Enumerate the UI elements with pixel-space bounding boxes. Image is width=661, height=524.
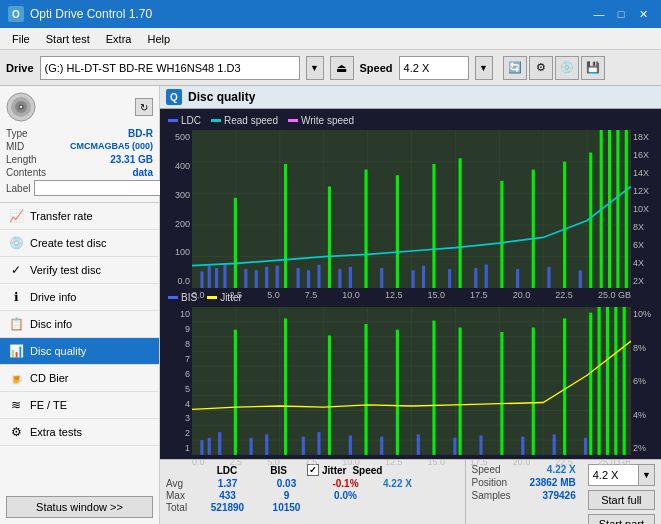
nav-create-test-disc[interactable]: 💿 Create test disc — [0, 230, 159, 257]
label-label: Label — [6, 183, 30, 194]
close-button[interactable]: ✕ — [633, 5, 653, 23]
svg-rect-53 — [608, 130, 611, 288]
cd-bier-icon: 🍺 — [8, 370, 24, 386]
verify-test-disc-icon: ✓ — [8, 262, 24, 278]
nav-disc-quality[interactable]: 📊 Disc quality — [0, 338, 159, 365]
svg-rect-88 — [396, 330, 399, 455]
menu-extra[interactable]: Extra — [98, 31, 140, 47]
nav-fe-te[interactable]: ≋ FE / TE — [0, 392, 159, 419]
svg-rect-19 — [200, 271, 203, 288]
menu-help[interactable]: Help — [139, 31, 178, 47]
svg-rect-42 — [459, 158, 462, 288]
avg-ldc: 1.37 — [200, 478, 255, 489]
nav-verify-test-disc[interactable]: ✓ Verify test disc — [0, 257, 159, 284]
speed-select-value[interactable]: 4.2 X — [399, 56, 469, 80]
svg-rect-98 — [563, 319, 566, 456]
svg-rect-50 — [579, 270, 582, 288]
svg-rect-95 — [521, 437, 524, 455]
disc-panel: ↻ Type BD-R MID CMCMAGBA5 (000) Length 2… — [0, 86, 159, 203]
drive-label: Drive — [6, 62, 34, 74]
disc-quality-header: Q Disc quality — [160, 86, 661, 109]
length-value: 23.31 GB — [110, 154, 153, 165]
svg-rect-90 — [432, 321, 435, 455]
nav-drive-info[interactable]: ℹ Drive info — [0, 284, 159, 311]
write-speed-label: Write speed — [301, 115, 354, 126]
minimize-button[interactable]: — — [589, 5, 609, 23]
drive-select-arrow[interactable]: ▼ — [306, 56, 324, 80]
nav-cd-bier[interactable]: 🍺 CD Bier — [0, 365, 159, 392]
mid-value: CMCMAGBA5 (000) — [70, 141, 153, 152]
ldc-color — [168, 119, 178, 122]
chart2-y-axis-left: 10 9 8 7 6 5 4 3 2 1 — [164, 307, 192, 455]
legend-ldc: LDC — [168, 115, 201, 126]
nav-extra-tests-label: Extra tests — [30, 426, 82, 438]
speed-dropdown[interactable]: 4.2 X ▼ — [588, 464, 655, 486]
contents-value: data — [132, 167, 153, 178]
svg-rect-76 — [208, 438, 211, 455]
svg-rect-100 — [589, 313, 592, 455]
read-speed-color — [211, 119, 221, 122]
start-full-button[interactable]: Start full — [588, 490, 655, 510]
nav-disc-info-label: Disc info — [30, 318, 72, 330]
start-part-button[interactable]: Start part — [588, 514, 655, 524]
speed-label: Speed — [360, 62, 393, 74]
contents-label: Contents — [6, 167, 46, 178]
svg-rect-83 — [317, 432, 320, 455]
drive-select-value[interactable]: (G:) HL-DT-ST BD-RE WH16NS48 1.D3 — [40, 56, 300, 80]
svg-rect-85 — [349, 436, 352, 455]
chart1-legend: LDC Read speed Write speed — [164, 113, 657, 128]
svg-rect-47 — [532, 170, 535, 289]
fe-te-icon: ≋ — [8, 397, 24, 413]
svg-rect-77 — [218, 432, 221, 455]
max-ldc: 433 — [200, 490, 255, 501]
write-speed-color — [288, 119, 298, 122]
disc-refresh-button[interactable]: ↻ — [135, 98, 153, 116]
disc-button[interactable]: 💿 — [555, 56, 579, 80]
menu-start-test[interactable]: Start test — [38, 31, 98, 47]
maximize-button[interactable]: □ — [611, 5, 631, 23]
svg-rect-46 — [516, 269, 519, 288]
svg-rect-43 — [474, 268, 477, 288]
chart2-x-axis: 0.0 2.5 5.0 7.5 10.0 12.5 15.0 17.5 20.0… — [192, 457, 631, 467]
position-value: 23862 MB — [530, 477, 576, 488]
status-window-button[interactable]: Status window >> — [6, 496, 153, 518]
app-icon: O — [8, 6, 24, 22]
legend-write-speed: Write speed — [288, 115, 354, 126]
save-button[interactable]: 💾 — [581, 56, 605, 80]
nav-transfer-rate[interactable]: 📈 Transfer rate — [0, 203, 159, 230]
label-input[interactable] — [34, 180, 167, 196]
svg-rect-35 — [364, 170, 367, 289]
svg-rect-102 — [606, 307, 609, 455]
menu-file[interactable]: File — [4, 31, 38, 47]
svg-rect-25 — [255, 270, 258, 288]
speed-dropdown-arrow[interactable]: ▼ — [638, 465, 654, 485]
drive-info-icon: ℹ — [8, 289, 24, 305]
total-bis: 10150 — [259, 502, 314, 513]
svg-rect-103 — [614, 307, 617, 455]
eject-button[interactable]: ⏏ — [330, 56, 354, 80]
svg-rect-30 — [307, 270, 310, 288]
svg-rect-38 — [412, 270, 415, 288]
svg-rect-27 — [276, 266, 279, 289]
samples-row: Samples 379426 — [472, 490, 576, 501]
extra-tests-icon: ⚙ — [8, 424, 24, 440]
svg-rect-89 — [417, 435, 420, 455]
refresh-button[interactable]: 🔄 — [503, 56, 527, 80]
chart2-svg — [192, 307, 631, 455]
speed-dropdown-value: 4.2 X — [589, 469, 638, 481]
bis-color — [168, 296, 178, 299]
nav-transfer-rate-label: Transfer rate — [30, 210, 93, 222]
chart2-y-axis-right: 10% 8% 6% 4% 2% — [631, 307, 657, 455]
chart1-area: 500 400 300 200 100 0.0 — [164, 130, 657, 288]
svg-rect-40 — [432, 164, 435, 288]
nav-disc-info[interactable]: 📋 Disc info — [0, 311, 159, 338]
speed-select-arrow[interactable]: ▼ — [475, 56, 493, 80]
nav-extra-tests[interactable]: ⚙ Extra tests — [0, 419, 159, 446]
svg-rect-49 — [563, 162, 566, 289]
title-bar: O Opti Drive Control 1.70 — □ ✕ — [0, 0, 661, 28]
svg-rect-34 — [349, 267, 352, 288]
svg-rect-94 — [500, 332, 503, 455]
avg-bis: 0.03 — [259, 478, 314, 489]
chart1-svg-container: 0.0 2.5 5.0 7.5 10.0 12.5 15.0 17.5 20.0… — [192, 130, 631, 288]
settings-button[interactable]: ⚙ — [529, 56, 553, 80]
